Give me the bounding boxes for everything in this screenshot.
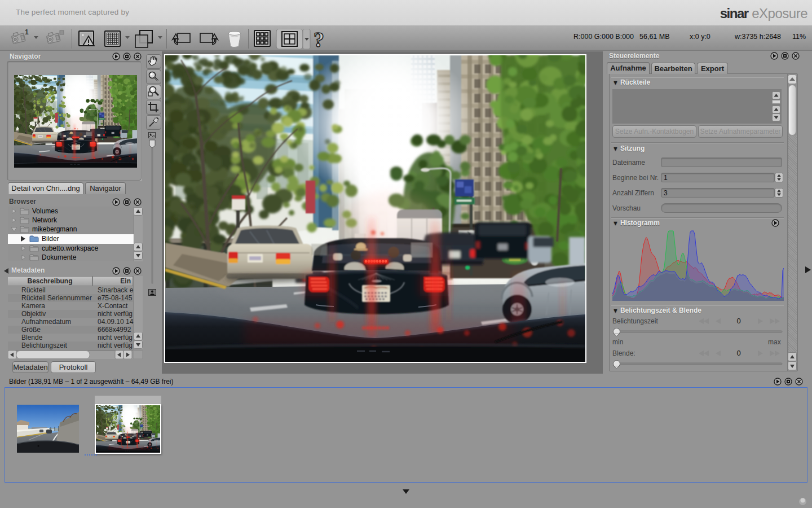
svg-text:?: ? [314, 29, 324, 49]
svg-text:1: 1 [25, 29, 29, 36]
